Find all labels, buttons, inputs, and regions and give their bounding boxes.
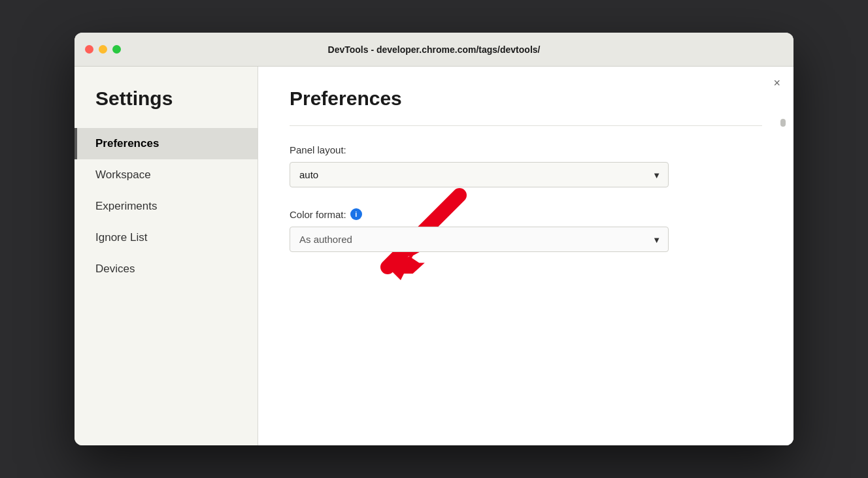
close-button[interactable]: × [773,77,780,89]
panel-layout-label: Panel layout: [290,144,762,155]
panel-layout-group: Panel layout: auto horizontal vertical ▼ [290,144,762,187]
window-title: DevTools - developer.chrome.com/tags/dev… [328,44,541,55]
color-format-select-wrapper: As authored HEX RGB HSL ▼ [290,227,669,252]
maximize-traffic-light[interactable] [112,45,121,54]
sidebar-heading: Settings [75,88,258,128]
svg-marker-3 [388,254,414,280]
panel-layout-select-wrapper: auto horizontal vertical ▼ [290,162,669,187]
sidebar-item-workspace[interactable]: Workspace [75,159,258,191]
page-title: Preferences [290,88,762,110]
close-traffic-light[interactable] [85,45,93,54]
sidebar-item-devices[interactable]: Devices [75,253,258,285]
color-format-group: Color format: i [290,208,762,252]
color-format-info-icon[interactable]: i [350,208,362,220]
sidebar-nav: Preferences Workspace Experiments Ignore… [75,128,258,285]
color-format-select[interactable]: As authored HEX RGB HSL [290,227,669,252]
sidebar-item-ignore-list[interactable]: Ignore List [75,222,258,253]
sidebar: Settings Preferences Workspace Experimen… [75,67,258,445]
traffic-lights [85,45,121,54]
color-format-label: Color format: i [290,208,762,220]
dialog-body: Settings Preferences Workspace Experimen… [75,67,793,445]
sidebar-item-experiments[interactable]: Experiments [75,191,258,222]
scrollbar-thumb[interactable] [780,119,786,127]
sidebar-item-preferences[interactable]: Preferences [75,128,258,159]
devtools-window: DevTools - developer.chrome.com/tags/dev… [75,33,793,445]
title-bar: DevTools - developer.chrome.com/tags/dev… [75,33,793,67]
main-content: × Preferences Panel layout: auto horizon… [258,67,793,445]
scrollbar-track[interactable] [780,119,786,422]
minimize-traffic-light[interactable] [99,45,107,54]
panel-layout-select[interactable]: auto horizontal vertical [290,162,669,187]
section-divider [290,125,762,126]
